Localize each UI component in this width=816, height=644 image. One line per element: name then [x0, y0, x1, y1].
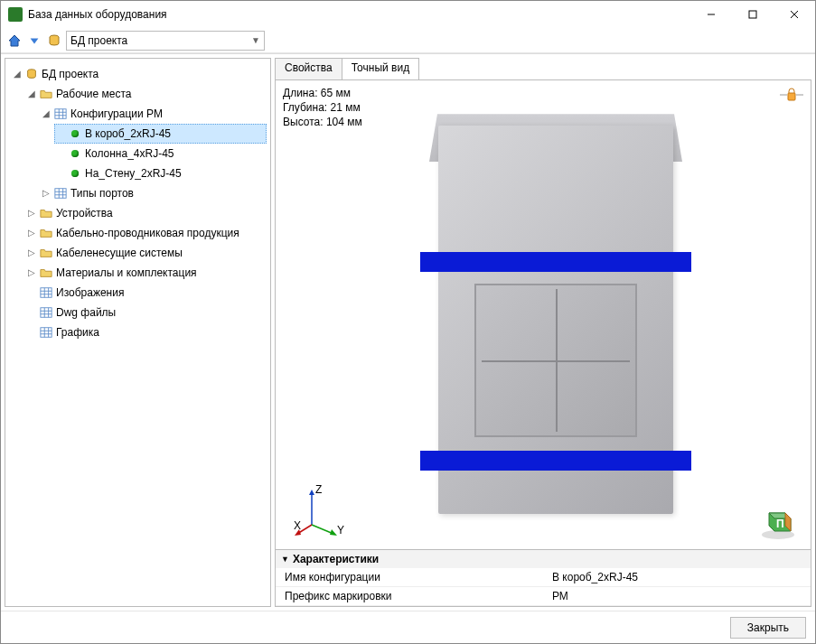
- project-combo[interactable]: БД проекта ▼: [66, 31, 265, 51]
- tree-panel[interactable]: ◢ БД проекта ◢ Рабочие места: [5, 58, 271, 607]
- tree-cable-sys[interactable]: ▷Кабеленесущие системы: [25, 243, 267, 263]
- down-arrow-icon[interactable]: [26, 33, 42, 49]
- 3d-model: [420, 107, 691, 532]
- tree-label: Рабочие места: [56, 85, 131, 103]
- svg-line-38: [312, 525, 333, 534]
- prop-value: РМ: [543, 587, 811, 606]
- tree-label: Dwg файлы: [56, 303, 116, 322]
- expand-icon[interactable]: ▷: [27, 264, 36, 282]
- tree-label: Изображения: [56, 284, 124, 302]
- folder-icon: [39, 246, 53, 260]
- tree-label: На_Стену_2xRJ-45: [85, 164, 182, 182]
- tree-workplaces[interactable]: ◢ Рабочие места: [25, 84, 267, 104]
- tree-configs[interactable]: ◢ Конфигурации РМ: [40, 104, 267, 124]
- tree-label: Графика: [56, 323, 99, 341]
- 3d-viewport[interactable]: Длина: 65 мм Глубина: 21 мм Высота: 104 …: [276, 80, 811, 549]
- axis-x-label: X: [294, 519, 301, 532]
- expand-icon[interactable]: ▷: [27, 224, 36, 242]
- tabs: Свойства Точный вид: [275, 58, 811, 79]
- toolbar: БД проекта ▼: [1, 28, 815, 53]
- tab-properties[interactable]: Свойства: [275, 58, 342, 79]
- table-icon: [39, 325, 53, 340]
- tree-label: В короб_2xRJ-45: [85, 125, 171, 143]
- chevron-down-icon: ▼: [251, 35, 260, 45]
- database-icon[interactable]: [46, 33, 62, 49]
- minimize-button[interactable]: [690, 1, 732, 28]
- tree-cable-prod[interactable]: ▷Кабельно-проводниковая продукция: [25, 223, 267, 243]
- prop-row-prefix[interactable]: Префикс маркировки РМ: [276, 587, 811, 606]
- view-cube[interactable]: П: [758, 500, 798, 540]
- table-icon: [39, 285, 53, 300]
- collapse-icon[interactable]: ◢: [27, 85, 36, 103]
- close-button[interactable]: [774, 1, 815, 28]
- app-icon: [8, 7, 23, 22]
- tree-label: Типы портов: [70, 184, 134, 202]
- svg-rect-33: [788, 93, 795, 100]
- folder-icon: [39, 266, 53, 280]
- dim-height: Высота: 104 мм: [283, 115, 362, 129]
- prop-label: Имя конфигурации: [276, 568, 543, 587]
- table-icon: [39, 305, 53, 320]
- close-button[interactable]: Закрыть: [730, 617, 806, 639]
- svg-rect-21: [41, 308, 52, 318]
- props-title: Характеристики: [293, 553, 379, 565]
- collapse-icon: ▼: [281, 555, 289, 564]
- tree-images[interactable]: Изображения: [25, 283, 267, 303]
- expand-icon[interactable]: ▷: [27, 204, 36, 222]
- tree-port-types[interactable]: ▷Типы портов: [40, 183, 267, 203]
- dim-depth: Глубина: 21 мм: [283, 100, 362, 115]
- tree-materials[interactable]: ▷Материалы и комплектация: [25, 263, 267, 283]
- expand-icon[interactable]: ▷: [42, 184, 51, 202]
- tree-root[interactable]: ◢ БД проекта: [11, 64, 267, 84]
- database-icon: [24, 67, 39, 81]
- folder-icon: [39, 226, 53, 240]
- tree-graphics[interactable]: Графика: [25, 322, 267, 342]
- svg-rect-6: [55, 109, 66, 119]
- combo-value: БД проекта: [70, 34, 127, 47]
- table-icon: [53, 107, 68, 121]
- prop-label: Префикс маркировки: [276, 587, 543, 606]
- tab-label: Свойства: [285, 61, 333, 74]
- svg-rect-16: [41, 288, 52, 298]
- collapse-icon[interactable]: ◢: [13, 65, 22, 83]
- dot-icon: [68, 126, 82, 141]
- properties-header[interactable]: ▼ Характеристики: [276, 550, 811, 568]
- tree-label: Конфигурации РМ: [70, 105, 163, 123]
- dim-length: Длина: 65 мм: [283, 86, 362, 100]
- table-icon: [53, 186, 68, 201]
- folder-open-icon: [39, 87, 53, 101]
- tree-item-kolonna[interactable]: Колонна_4xRJ-45: [54, 144, 267, 163]
- workarea: ◢ БД проекта ◢ Рабочие места: [1, 53, 815, 611]
- tree-item-korob[interactable]: В короб_2xRJ-45: [54, 124, 267, 144]
- tree-devices[interactable]: ▷Устройства: [25, 203, 267, 223]
- window-title: База данных оборудования: [28, 8, 690, 21]
- tree-item-stena[interactable]: На_Стену_2xRJ-45: [54, 163, 267, 183]
- cube-face-label: П: [776, 518, 784, 530]
- home-icon[interactable]: [6, 33, 23, 49]
- right-pane: Свойства Точный вид Длина: 65 мм Глубина…: [275, 58, 811, 607]
- svg-marker-39: [330, 529, 337, 536]
- svg-rect-1: [749, 11, 756, 18]
- tab-label: Точный вид: [352, 61, 409, 74]
- tree-label: БД проекта: [42, 65, 98, 83]
- properties-section: ▼ Характеристики Имя конфигурации В коро…: [276, 549, 811, 606]
- dimensions-readout: Длина: 65 мм Глубина: 21 мм Высота: 104 …: [283, 86, 362, 129]
- prop-row-name[interactable]: Имя конфигурации В короб_2xRJ-45: [276, 568, 811, 587]
- tree-label: Материалы и комплектация: [56, 264, 197, 282]
- tree-dwg[interactable]: Dwg файлы: [25, 303, 267, 322]
- dot-icon: [68, 166, 82, 181]
- tab-exact-view[interactable]: Точный вид: [342, 58, 419, 79]
- view-container: Длина: 65 мм Глубина: 21 мм Высота: 104 …: [275, 79, 811, 607]
- lock-icon[interactable]: [780, 88, 803, 102]
- button-label: Закрыть: [747, 621, 789, 634]
- titlebar: База данных оборудования: [1, 1, 815, 28]
- prop-value: В короб_2xRJ-45: [543, 568, 811, 587]
- collapse-icon[interactable]: ◢: [42, 105, 51, 123]
- tree-label: Кабеленесущие системы: [56, 244, 183, 262]
- axes-gizmo[interactable]: Z X Y: [294, 484, 348, 538]
- maximize-button[interactable]: [732, 1, 774, 28]
- dot-icon: [68, 146, 82, 161]
- footer: Закрыть: [1, 611, 815, 643]
- svg-marker-35: [309, 490, 314, 495]
- expand-icon[interactable]: ▷: [27, 244, 36, 262]
